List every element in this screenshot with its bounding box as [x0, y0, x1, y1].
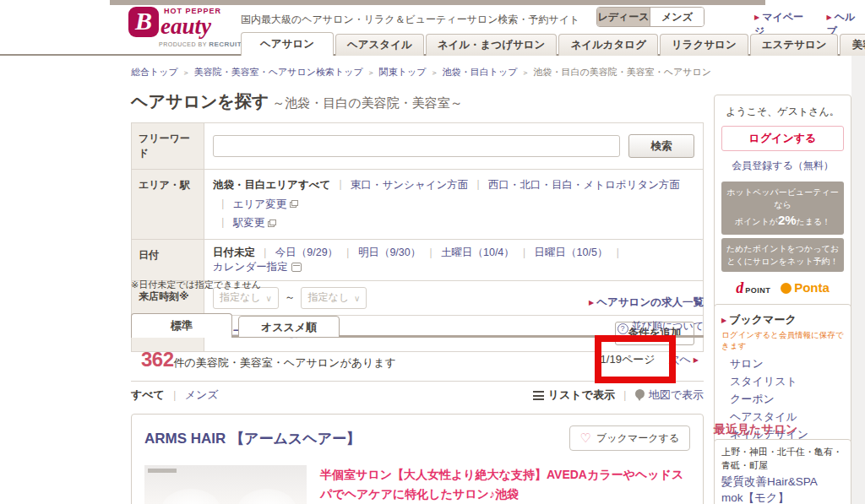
result-count-suffix: 件の美容院・美容室・ヘアサロンがあります	[174, 355, 396, 371]
site-tagline: 国内最大級のヘアサロン・リラク＆ビューティーサロン検索・予約サイト	[241, 13, 579, 27]
separator: ＞	[182, 68, 190, 77]
crumb-search-top[interactable]: 美容院・美容室・ヘアサロン検索トップ	[194, 67, 363, 77]
salon-card: ARMS HAIR 【アームスヘアー】 ブックマークする 半個室サロン【大人女性…	[131, 414, 704, 504]
date-selected: 日付未定	[213, 246, 255, 260]
brand-mark-icon: B	[128, 7, 159, 37]
page-title: ヘアサロンを探す～池袋・目白の美容院・美容室～	[131, 90, 463, 113]
login-button[interactable]: ログインする	[721, 126, 844, 151]
recent-salons-box: 上野・神田・北千住・亀有・青砥・町屋 髪質改善Hair&SPA mok【モク】	[714, 439, 851, 504]
produced-by-label: PRODUCED BY RECRUIT	[159, 41, 242, 48]
point-promo-1: ホットペッパービューティーなら ポイントが2%たまる！	[721, 182, 844, 235]
partner-logos: dPOINT Ponta	[721, 279, 844, 297]
breadcrumb: 総合トップ＞美容院・美容室・ヘアサロン検索トップ＞関東トップ＞池袋・目白トップ＞…	[131, 66, 711, 79]
freeword-row: フリーワード 検索	[132, 123, 703, 169]
map-pin-icon	[635, 389, 645, 401]
tab-nail-salon[interactable]: ネイル・まつげサロン	[426, 34, 558, 56]
separator: ｜	[426, 246, 436, 260]
area-east-link[interactable]: 東口・サンシャイン方面	[351, 176, 468, 195]
register-link[interactable]: 会員登録する（無料）	[721, 159, 844, 173]
salon-jobs-link[interactable]: ヘアサロンの求人一覧	[589, 296, 704, 308]
page: B HOT PEPPER eauty PRODUCED BY RECRUIT 国…	[0, 0, 865, 504]
list-icon	[533, 391, 544, 400]
date-sunday-link[interactable]: 日曜日（10/5）	[535, 246, 608, 260]
heart-icon	[580, 431, 591, 446]
search-button[interactable]: 検索	[628, 134, 694, 158]
question-icon	[617, 323, 628, 334]
brand-main-label: eauty	[160, 15, 221, 37]
separator: ｜	[612, 246, 623, 260]
crumb-ikebukuro[interactable]: 池袋・目白トップ	[443, 67, 518, 77]
filter-mens-link[interactable]: メンズ	[185, 387, 219, 403]
recent-salon-link[interactable]: 髪質改善Hair&SPA mok【モク】	[721, 474, 844, 504]
tab-hair-style[interactable]: ヘアスタイル	[335, 34, 424, 56]
top-cutoff-bar	[110, 0, 765, 5]
salon-catch-link[interactable]: 半個室サロン【大人女性より絶大な支持】AVEDAカラーやヘッドスパでヘアケアに特…	[320, 465, 690, 504]
sort-help-row: 並び順について	[450, 319, 704, 334]
crumb-top[interactable]: 総合トップ	[131, 67, 178, 77]
annotation-red-box	[595, 335, 676, 383]
recent-salon-area: 上野・神田・北千住・亀有・青砥・町屋	[721, 446, 844, 473]
date-row: 日付 日付未定 ｜ 今日（9/29） ｜ 明日（9/30） ｜ 土曜日（10/4…	[132, 239, 703, 280]
separator: ｜	[218, 195, 228, 214]
tab-nail-catalog[interactable]: ネイルカタログ	[558, 34, 658, 56]
form-note: ※日付未定では指定できません	[131, 279, 261, 291]
filter-all: すべて	[131, 387, 165, 403]
crumb-current: 池袋・目白の美容院・美容室・ヘアサロン	[533, 67, 711, 77]
job-link-row: ヘアサロンの求人一覧	[131, 295, 704, 310]
separator: ｜	[520, 246, 530, 260]
sort-help-link[interactable]: 並び順について	[632, 320, 704, 332]
recruit-logo: RECRUIT	[209, 41, 242, 48]
separator: ｜	[335, 176, 345, 194]
calendar-icon	[291, 263, 302, 272]
recent-salons-title: 最近見たサロン	[714, 422, 797, 437]
date-saturday-link[interactable]: 土曜日（10/4）	[441, 246, 514, 260]
tab-hair-salon[interactable]: ヘアサロン	[241, 32, 334, 56]
bookmark-section-title: ブックマーク	[721, 312, 844, 328]
ponta-face-icon	[781, 283, 792, 294]
list-view-label: リストで表示	[548, 387, 615, 403]
point-promo-2: ためたポイントをつかっておとくにサロンをネット予約！	[721, 238, 844, 272]
separator: ＞	[367, 68, 375, 77]
map-view-link[interactable]: 地図で表示	[649, 387, 704, 403]
separator: ｜	[218, 214, 228, 232]
bookmark-button[interactable]: ブックマークする	[569, 425, 690, 451]
crumb-kanto[interactable]: 関東トップ	[379, 67, 427, 77]
sort-tab-recommend[interactable]: オススメ順	[238, 316, 340, 338]
tab-relax-salon[interactable]: リラクサロン	[660, 34, 748, 56]
toggle-mens[interactable]: メンズ	[650, 8, 704, 26]
dpoint-logo: dPOINT	[736, 279, 770, 297]
right-gutter	[851, 56, 865, 504]
area-west-link[interactable]: 西口・北口・目白・メトロポリタン方面	[488, 176, 680, 195]
sort-tab-standard[interactable]: 標準	[131, 313, 232, 338]
separator: ｜	[170, 388, 180, 403]
salon-name-link[interactable]: ARMS HAIR 【アームスヘアー】	[144, 429, 361, 448]
date-today-link[interactable]: 今日（9/29）	[275, 246, 338, 260]
bookmark-stylist-link[interactable]: スタイリスト	[730, 372, 844, 390]
separator: ｜	[620, 388, 630, 403]
filter-row: すべて ｜ メンズ リストで表示 ｜ 地図で表示	[131, 382, 704, 409]
bookmark-salon-link[interactable]: サロン	[730, 355, 844, 372]
area-label: エリア・駅	[132, 170, 204, 239]
gender-toggle: レディース メンズ	[596, 7, 705, 27]
separator: ｜	[473, 176, 483, 194]
separator: ＞	[431, 68, 438, 77]
bookmark-coupon-link[interactable]: クーポン	[730, 390, 844, 408]
toggle-ladies[interactable]: レディース	[597, 8, 650, 26]
service-tabs: ヘアサロン ヘアスタイル ネイル・まつげサロン ネイルカタログ リラクサロン エ…	[241, 32, 865, 56]
bookmark-note: ログインすると会員情報に保存できます	[721, 330, 844, 352]
salon-photo[interactable]	[144, 465, 307, 504]
separator: ｜	[260, 246, 270, 260]
welcome-text: ようこそ、ゲストさん。	[721, 105, 844, 119]
tab-beauty-clinic[interactable]: 美容クリニック	[840, 34, 865, 56]
freeword-input[interactable]	[213, 135, 620, 157]
tab-esthe-salon[interactable]: エステサロン	[750, 34, 839, 56]
external-link-icon	[268, 219, 276, 227]
separator: ＞	[521, 68, 529, 77]
date-label: 日付	[132, 240, 204, 280]
site-logo[interactable]: B HOT PEPPER eauty	[128, 7, 221, 37]
date-tomorrow-link[interactable]: 明日（9/30）	[358, 246, 421, 260]
station-change-link[interactable]: 駅変更	[233, 214, 265, 233]
area-selected: 池袋・目白エリアすべて	[213, 176, 330, 195]
area-change-link[interactable]: エリア変更	[233, 195, 286, 214]
calendar-link[interactable]: カレンダー指定	[213, 260, 288, 274]
